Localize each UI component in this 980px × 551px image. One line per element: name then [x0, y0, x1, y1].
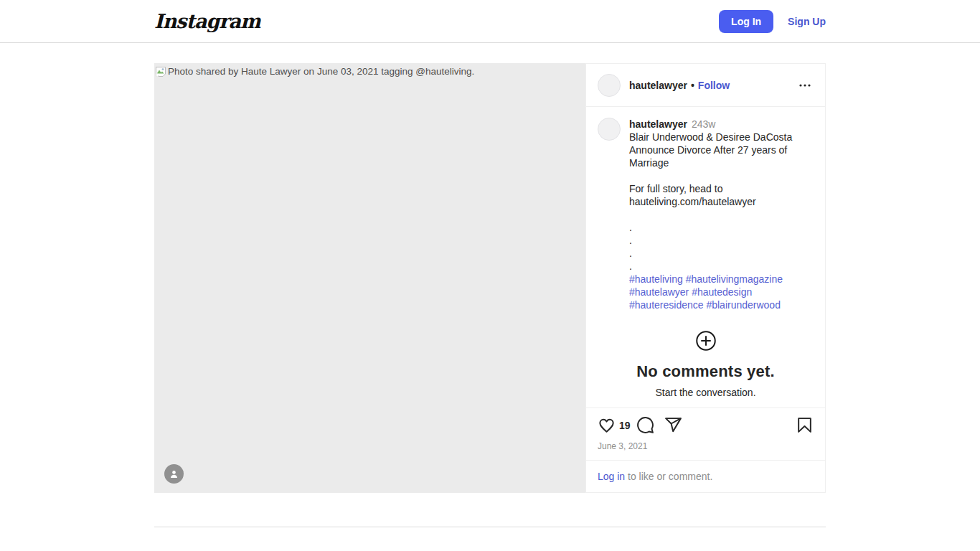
signup-link[interactable]: Sign Up [788, 16, 826, 27]
top-nav: Instagram Log In Sign Up [0, 0, 980, 43]
broken-image-placeholder: Photo shared by Haute Lawyer on June 03,… [154, 63, 585, 77]
section-divider [154, 527, 826, 527]
author-username-link[interactable]: hautelawyer [629, 80, 687, 91]
post-header: hautelawyer • Follow [586, 64, 825, 107]
hashtag-link[interactable]: #hautelivingmagazine [686, 273, 783, 285]
no-comments-title: No comments yet. [598, 362, 814, 381]
separator-dot: • [691, 80, 694, 91]
post-page: Photo shared by Haute Lawyer on June 03,… [154, 63, 826, 527]
hashtag-list: #hauteliving #hautelivingmagazine #haute… [629, 273, 814, 311]
save-button[interactable] [796, 416, 814, 434]
post-date: June 3, 2021 [598, 441, 814, 451]
hashtag-link[interactable]: #hautelawyer [629, 286, 689, 298]
no-comments-subtitle: Start the conversation. [598, 387, 814, 398]
action-row: 19 [598, 416, 814, 434]
post-age: 243w [692, 118, 715, 130]
actions-section: 19 [586, 408, 825, 460]
hashtag-link[interactable]: #hautedesign [692, 286, 752, 298]
no-comments-block: No comments yet. Start the conversation. [598, 330, 814, 398]
post-image-area[interactable]: Photo shared by Haute Lawyer on June 03,… [154, 63, 585, 493]
comments-area: hautelawyer243w Blair Underwood & Desire… [586, 107, 825, 408]
hashtag-link[interactable]: #hauteliving [629, 273, 683, 285]
follow-button[interactable]: Follow [698, 80, 730, 91]
hashtag-link[interactable]: #hauteresidence [629, 299, 704, 311]
post-panel: hautelawyer • Follow hautelawyer243w [585, 63, 826, 493]
login-prompt: Log in to like or comment. [586, 460, 825, 492]
bookmark-icon [796, 416, 814, 434]
person-icon [169, 468, 179, 479]
caption-body: hautelawyer243w Blair Underwood & Desire… [629, 118, 814, 311]
comment-icon [636, 416, 654, 434]
tagged-users-button[interactable] [164, 464, 184, 484]
caption-avatar[interactable] [598, 118, 621, 141]
share-icon [664, 416, 682, 434]
top-nav-inner: Instagram Log In Sign Up [154, 0, 826, 42]
post: Photo shared by Haute Lawyer on June 03,… [154, 63, 826, 493]
caption-head: hautelawyer243w [629, 118, 814, 131]
plus-circle-icon [695, 330, 717, 352]
like-count[interactable]: 19 [619, 420, 631, 431]
author-avatar[interactable] [598, 74, 621, 97]
more-options-button[interactable] [796, 77, 814, 94]
login-button[interactable]: Log In [719, 10, 773, 33]
broken-image-icon [155, 66, 166, 77]
image-alt-text: Photo shared by Haute Lawyer on June 03,… [168, 65, 474, 77]
ellipsis-icon [796, 77, 814, 94]
caption-username-link[interactable]: hautelawyer [629, 118, 687, 130]
login-prompt-text: to like or comment. [625, 471, 712, 482]
heart-icon [598, 416, 616, 434]
comment-button[interactable] [636, 416, 654, 434]
auth-controls: Log In Sign Up [719, 10, 826, 33]
share-button[interactable] [664, 416, 682, 434]
instagram-logo[interactable]: Instagram [154, 10, 260, 32]
caption-text: Blair Underwood & Desiree DaCosta Announ… [629, 131, 814, 273]
like-button[interactable] [598, 416, 616, 434]
login-link[interactable]: Log in [598, 471, 625, 482]
caption-row: hautelawyer243w Blair Underwood & Desire… [598, 118, 814, 311]
hashtag-link[interactable]: #blairunderwood [706, 299, 781, 311]
